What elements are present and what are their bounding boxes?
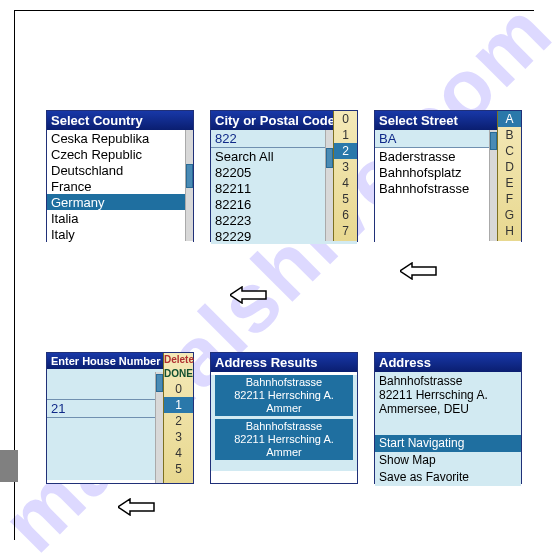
side-cell-selected[interactable]: 1	[164, 397, 193, 413]
arrow-left-icon	[118, 498, 156, 516]
address-line: Ammersee, DEU	[379, 402, 517, 416]
result-item[interactable]: Bahnhofstrasse 82211 Herrsching A. Ammer	[215, 419, 353, 460]
side-cell[interactable]: E	[498, 175, 521, 191]
side-cell-selected[interactable]: 2	[334, 143, 357, 159]
side-cell[interactable]: 5	[164, 461, 193, 477]
result-item[interactable]: Bahnhofstrasse 82211 Herrsching A. Ammer	[215, 375, 353, 416]
side-cell[interactable]: H	[498, 223, 521, 239]
side-cell[interactable]: 5	[334, 191, 357, 207]
scrollbar[interactable]	[155, 372, 163, 483]
list-item[interactable]: Deutschland	[47, 162, 193, 178]
list-item[interactable]: Ceska Republika	[47, 130, 193, 146]
list-item[interactable]: Italia	[47, 210, 193, 226]
side-cell[interactable]: 4	[334, 175, 357, 191]
address-line: 82211 Herrsching A.	[379, 388, 517, 402]
panel-address-results: Address Results Bahnhofstrasse 82211 Her…	[210, 352, 358, 484]
side-cell[interactable]: 4	[164, 445, 193, 461]
list-item[interactable]: Czech Republic	[47, 146, 193, 162]
panel-title: Select Country	[47, 111, 193, 130]
side-cell[interactable]: 0	[334, 111, 357, 127]
arrow-left-icon	[230, 286, 268, 304]
side-cell[interactable]: 6	[334, 207, 357, 223]
side-cell[interactable]: B	[498, 127, 521, 143]
side-cell[interactable]: 0	[164, 381, 193, 397]
list-item[interactable]: Italy	[47, 226, 193, 242]
delete-button[interactable]: Delete	[164, 353, 193, 367]
side-cell[interactable]: 3	[164, 429, 193, 445]
side-cell[interactable]: 3	[334, 159, 357, 175]
scrollbar[interactable]	[185, 130, 193, 241]
scrollbar[interactable]	[489, 130, 497, 241]
result-line: Bahnhofstrasse	[217, 420, 351, 433]
letter-column[interactable]: A B C D E F G H	[497, 111, 521, 241]
list-item[interactable]: France	[47, 178, 193, 194]
svg-marker-0	[400, 263, 436, 279]
address-line: Bahnhofstrasse	[379, 374, 517, 388]
side-cell[interactable]: 1	[334, 127, 357, 143]
number-column[interactable]: 0 1 2 3 4 5 6 7	[333, 111, 357, 241]
panel-select-street: Select Street BA Baderstrasse Bahnhofspl…	[374, 110, 522, 242]
result-line: Bahnhofstrasse	[217, 376, 351, 389]
panel-title: Address	[375, 353, 521, 372]
action-save-favorite[interactable]: Save as Favorite	[375, 469, 521, 486]
action-show-map[interactable]: Show Map	[375, 452, 521, 469]
side-cell[interactable]: 7	[334, 223, 357, 239]
results-list[interactable]: Bahnhofstrasse 82211 Herrsching A. Ammer…	[211, 375, 357, 471]
side-cell[interactable]: C	[498, 143, 521, 159]
panel-city-postal: City or Postal Code 822 Search All 82205…	[210, 110, 358, 242]
side-cell[interactable]: D	[498, 159, 521, 175]
side-cell[interactable]: G	[498, 207, 521, 223]
svg-marker-1	[230, 287, 266, 303]
action-start-navigating[interactable]: Start Navigating	[375, 435, 521, 452]
number-column[interactable]: Delete DONE 0 1 2 3 4 5	[163, 353, 193, 483]
panel-select-country: Select Country Ceska Republika Czech Rep…	[46, 110, 194, 242]
side-cell-selected[interactable]: A	[498, 111, 521, 127]
page-tab	[0, 450, 18, 482]
panel-address: Address Bahnhofstrasse 82211 Herrsching …	[374, 352, 522, 484]
done-button[interactable]: DONE	[164, 367, 193, 381]
address-body: Bahnhofstrasse 82211 Herrsching A. Ammer…	[375, 372, 521, 420]
result-line: 82211 Herrsching A. Ammer	[217, 389, 351, 415]
side-cell[interactable]: 2	[164, 413, 193, 429]
panel-house-number: Enter House Number 21 Delete DONE 0 1 2 …	[46, 352, 194, 484]
result-line: 82211 Herrsching A. Ammer	[217, 433, 351, 459]
scrollbar[interactable]	[325, 130, 333, 241]
svg-marker-2	[118, 499, 154, 515]
side-cell[interactable]: F	[498, 191, 521, 207]
list-item-selected[interactable]: Germany	[47, 194, 193, 210]
arrow-left-icon	[400, 262, 438, 280]
panel-title: Address Results	[211, 353, 357, 372]
country-list[interactable]: Ceska Republika Czech Republic Deutschla…	[47, 130, 193, 242]
